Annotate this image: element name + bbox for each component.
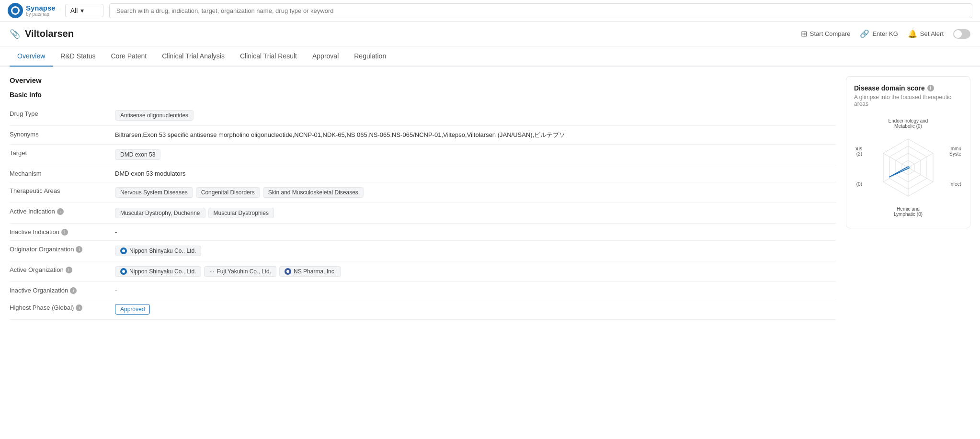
dots-icon: ··· [209, 268, 214, 275]
inactive-indication-row: Inactive Indication i - [10, 224, 836, 241]
compare-icon: ⊞ [801, 29, 807, 38]
logo-sub: by patsnap [26, 11, 56, 17]
label-bottom: Hemic and [897, 206, 920, 212]
originator-org-value: Nippon Shinyaku Co., Ltd. [115, 246, 836, 256]
search-input[interactable] [109, 3, 972, 18]
inactive-indication-label: Inactive Indication i [10, 228, 105, 236]
svg-text:System (0): System (0) [949, 151, 961, 157]
drug-name-area: 📎 Viltolarsen [10, 28, 74, 39]
active-org-info-icon[interactable]: i [66, 267, 72, 273]
drug-name: Viltolarsen [25, 28, 74, 39]
svg-marker-10 [889, 167, 909, 177]
compare-label: Start Compare [810, 30, 851, 37]
svg-text:Lymphatic (0): Lymphatic (0) [894, 212, 923, 217]
radar-grid [883, 139, 933, 196]
tab-overview[interactable]: Overview [10, 46, 53, 67]
originator-org-info-icon[interactable]: i [76, 246, 82, 253]
radar-chart: Endocrinology and Metabolic (0) Immune S… [855, 115, 961, 220]
active-org-row: Active Organization i Nippon Shinyaku Co… [10, 261, 836, 282]
alert-label: Set Alert [920, 30, 944, 37]
basic-info-label: Basic Info [10, 91, 836, 99]
active-indication-info-icon[interactable]: i [57, 208, 64, 215]
active-org-tag-3: NS Pharma, Inc. [279, 266, 341, 277]
target-value: DMD exon 53 [115, 149, 836, 160]
label-bottom-left: Neoplasms (0) [855, 181, 862, 187]
highest-phase-value: Approved [115, 304, 836, 315]
inactive-indication-value: - [115, 228, 836, 236]
label-bottom-right: Infectious (0) [949, 181, 961, 187]
tab-clinical-trial-result[interactable]: Clinical Trial Result [232, 46, 305, 67]
start-compare-button[interactable]: ⊞ Start Compare [801, 29, 851, 38]
toggle-knob [954, 30, 962, 38]
set-alert-button[interactable]: 🔔 Set Alert [908, 29, 944, 38]
logo-name: Synapse [26, 4, 56, 11]
logo-text-area: Synapse by patsnap [26, 4, 56, 17]
tab-clinical-trial-analysis[interactable]: Clinical Trial Analysis [154, 46, 232, 67]
mechanism-row: Mechanism DMD exon 53 modulators [10, 165, 836, 182]
logo-icon [8, 3, 23, 18]
search-type-dropdown[interactable]: All ▾ [65, 4, 103, 17]
left-panel: Overview Basic Info Drug Type Antisense … [10, 76, 836, 320]
inactive-org-row: Inactive Organization i - [10, 282, 836, 299]
disease-panel-subtitle: A glimpse into the focused therapeutic a… [854, 94, 962, 107]
indication-tag-1: Muscular Dystrophy, Duchenne [115, 208, 205, 218]
radar-svg: Endocrinology and Metabolic (0) Immune S… [855, 115, 961, 220]
target-row: Target DMD exon 53 [10, 145, 836, 165]
disease-panel-title: Disease domain score i [854, 84, 962, 92]
tab-rd-status[interactable]: R&D Status [53, 46, 103, 67]
chevron-down-icon: ▾ [80, 7, 84, 14]
inactive-org-value: - [115, 287, 836, 294]
therapeutic-areas-row: Therapeutic Areas Nervous System Disease… [10, 182, 836, 203]
active-org-tag-2: ··· Fuji Yakuhin Co., Ltd. [204, 266, 276, 277]
search-type-label: All [70, 7, 78, 14]
inactive-indication-info-icon[interactable]: i [61, 229, 68, 236]
kg-label: Enter KG [872, 30, 898, 37]
tab-approval[interactable]: Approval [305, 46, 346, 67]
enter-kg-button[interactable]: 🔗 Enter KG [860, 29, 898, 38]
approved-badge: Approved [115, 304, 150, 315]
highest-phase-info-icon[interactable]: i [76, 304, 82, 311]
therapeutic-tag-1: Nervous System Diseases [115, 187, 193, 198]
mechanism-label: Mechanism [10, 170, 105, 177]
indication-tag-2: Muscular Dystrophies [208, 208, 274, 218]
tab-regulation[interactable]: Regulation [346, 46, 394, 67]
highest-phase-row: Highest Phase (Global) i Approved [10, 299, 836, 320]
drug-type-tag: Antisense oligonucleotides [115, 110, 194, 121]
ns-pharma-dot-icon [285, 268, 291, 275]
originator-org-label: Originator Organization i [10, 246, 105, 253]
inactive-org-label: Inactive Organization i [10, 287, 105, 294]
synonyms-label: Synonyms [10, 131, 105, 138]
target-tag: DMD exon 53 [115, 149, 160, 160]
active-org-tag-1: Nippon Shinyaku Co., Ltd. [115, 266, 201, 277]
synonyms-row: Synonyms Biltrarsen,Exon 53 specific ant… [10, 126, 836, 145]
drug-type-value: Antisense oligonucleotides [115, 110, 836, 121]
mechanism-value: DMD exon 53 modulators [115, 170, 836, 177]
inactive-org-info-icon[interactable]: i [70, 287, 77, 294]
originator-org-tag: Nippon Shinyaku Co., Ltd. [115, 246, 201, 256]
section-title: Overview [10, 76, 836, 84]
target-label: Target [10, 149, 105, 157]
disease-title-text: Disease domain score [854, 84, 925, 92]
top-header: Synapse by patsnap All ▾ [0, 0, 980, 22]
label-top-right: Immune [949, 146, 961, 151]
active-org-value: Nippon Shinyaku Co., Ltd. ··· Fuji Yakuh… [115, 266, 836, 277]
therapeutic-tag-2: Congenital Disorders [196, 187, 260, 198]
main-content: Overview Basic Info Drug Type Antisense … [0, 67, 980, 329]
active-indication-label: Active Indication i [10, 208, 105, 215]
highest-phase-label: Highest Phase (Global) i [10, 304, 105, 311]
drug-type-row: Drug Type Antisense oligonucleotides [10, 105, 836, 126]
disease-title-info-icon[interactable]: i [927, 85, 934, 91]
active-indication-value: Muscular Dystrophy, Duchenne Muscular Dy… [115, 208, 836, 218]
therapeutic-areas-value: Nervous System Diseases Congenital Disor… [115, 187, 836, 198]
therapeutic-tag-3: Skin and Musculoskeletal Diseases [263, 187, 364, 198]
tab-core-patent[interactable]: Core Patent [103, 46, 155, 67]
drug-type-label: Drug Type [10, 110, 105, 117]
label-top-left: Nervous [855, 146, 862, 151]
alert-toggle[interactable] [953, 29, 970, 39]
therapeutic-areas-label: Therapeutic Areas [10, 187, 105, 194]
disease-domain-panel: Disease domain score i A glimpse into th… [846, 76, 970, 228]
title-actions: ⊞ Start Compare 🔗 Enter KG 🔔 Set Alert [801, 29, 970, 39]
svg-text:Metabolic (0): Metabolic (0) [894, 124, 922, 129]
label-top: Endocrinology and [889, 118, 928, 124]
synonyms-value: Biltrarsen,Exon 53 specific antisense mo… [115, 131, 836, 139]
